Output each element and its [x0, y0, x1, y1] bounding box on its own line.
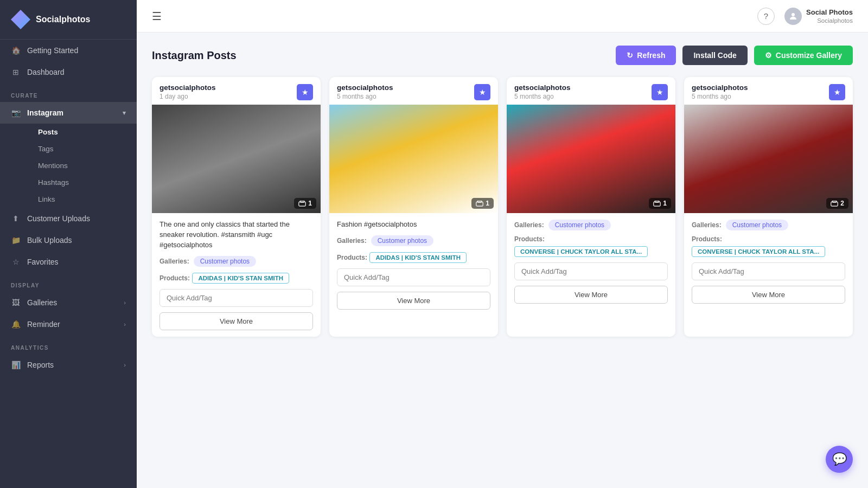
sidebar-logo: Socialphotos: [0, 0, 137, 40]
sidebar-sub-item-hashtags[interactable]: Hashtags: [27, 174, 137, 191]
products-label: Products:: [159, 274, 190, 282]
sidebar-item-label: Customer Uploads: [27, 214, 90, 223]
quick-add-input[interactable]: [692, 262, 845, 280]
page-title: Instagram Posts: [152, 49, 237, 62]
header-actions: ↻ Refresh Install Code ⚙ Customize Galle…: [616, 46, 853, 65]
sidebar-item-reports[interactable]: 📊 Reports ›: [0, 354, 137, 376]
hamburger-menu-icon[interactable]: ☰: [152, 10, 162, 23]
grid-icon: ⊞: [11, 67, 21, 77]
galleries-label: Galleries:: [514, 221, 544, 229]
quick-add-input[interactable]: [514, 262, 668, 280]
star-button[interactable]: ★: [829, 84, 845, 100]
svg-rect-4: [477, 201, 482, 202]
sidebar-item-favorites[interactable]: ☆ Favorites: [0, 251, 137, 273]
card-user: getsocialphotos 1 day ago: [159, 84, 216, 100]
product-tag[interactable]: ADIDAS | KID'S STAN SMITH: [192, 273, 289, 284]
refresh-label: Refresh: [637, 51, 665, 60]
chat-fab-button[interactable]: 💬: [826, 446, 853, 473]
products-label: Products:: [692, 235, 722, 243]
view-more-button[interactable]: View More: [514, 286, 668, 304]
gallery-icon: 🖼: [11, 298, 21, 307]
upload-icon: ⬆: [11, 214, 21, 223]
content-header: Instagram Posts ↻ Refresh Install Code ⚙…: [152, 46, 853, 65]
star-button[interactable]: ★: [474, 84, 490, 100]
chart-icon: 📊: [11, 360, 21, 370]
svg-rect-2: [300, 201, 304, 202]
help-icon[interactable]: ?: [757, 8, 775, 25]
sidebar-item-label: Favorites: [27, 258, 59, 266]
view-more-button[interactable]: View More: [692, 286, 845, 304]
logo-text: Socialphotos: [36, 15, 90, 24]
galleries-label: Galleries:: [159, 258, 189, 265]
sidebar-item-customer-uploads[interactable]: ⬆ Customer Uploads: [0, 208, 137, 229]
card-timeago: 5 months ago: [337, 93, 393, 100]
image-count-badge: 2: [826, 198, 848, 209]
sidebar: Socialphotos 🏠 Getting Started ⊞ Dashboa…: [0, 0, 137, 488]
quick-add-input[interactable]: [159, 289, 313, 307]
svg-rect-8: [832, 201, 837, 202]
products-label: Products:: [337, 254, 367, 261]
card-image: 1: [329, 105, 498, 213]
card-products: Products: ADIDAS | KID'S STAN SMITH: [159, 270, 313, 284]
sidebar-sub-item-mentions[interactable]: Mentions: [27, 157, 137, 174]
sidebar-item-label: Bulk Uploads: [27, 236, 72, 245]
sidebar-item-dashboard[interactable]: ⊞ Dashboard: [0, 61, 137, 83]
user-profile[interactable]: Social Photos Socialphotos: [784, 8, 853, 25]
card-image: 1: [507, 105, 675, 213]
star-icon: ☆: [11, 257, 21, 267]
gallery-tag[interactable]: Customer photos: [726, 220, 788, 230]
post-card: getsocialphotos 5 months ago ★ 1 Galleri…: [507, 77, 675, 337]
sidebar-item-label: Instagram: [27, 108, 63, 117]
sidebar-section-analytics: ANALYTICS: [0, 335, 137, 354]
refresh-button[interactable]: ↻ Refresh: [616, 46, 676, 65]
card-header: getsocialphotos 5 months ago ★: [684, 77, 853, 105]
image-count-badge: 1: [294, 198, 316, 209]
instagram-icon: 📷: [11, 108, 21, 118]
sidebar-item-bulk-uploads[interactable]: 📁 Bulk Uploads: [0, 229, 137, 251]
card-timeago: 5 months ago: [692, 93, 748, 100]
quick-add-input[interactable]: [337, 268, 490, 286]
topbar-right: ? Social Photos Socialphotos: [757, 8, 853, 25]
customize-gallery-button[interactable]: ⚙ Customize Gallery: [754, 46, 853, 65]
sidebar-item-label: Galleries: [27, 298, 57, 307]
username-display: Social Photos Socialphotos: [806, 8, 853, 24]
card-galleries: Galleries: Customer photos: [692, 220, 845, 230]
view-more-button[interactable]: View More: [337, 292, 490, 310]
product-tag[interactable]: CONVERSE | CHUCK TAYLOR ALL STA...: [514, 246, 648, 257]
star-button[interactable]: ★: [297, 84, 313, 100]
card-galleries: Galleries: Customer photos: [514, 220, 668, 230]
card-header: getsocialphotos 1 day ago ★: [152, 77, 321, 105]
gallery-tag[interactable]: Customer photos: [371, 235, 433, 246]
card-username: getsocialphotos: [159, 84, 216, 92]
sidebar-sub-item-links[interactable]: Links: [27, 191, 137, 208]
content-area: Instagram Posts ↻ Refresh Install Code ⚙…: [137, 33, 868, 488]
sidebar-item-label: Reminder: [27, 320, 60, 329]
product-tag[interactable]: ADIDAS | KID'S STAN SMITH: [369, 252, 467, 263]
chevron-right-icon: ›: [124, 299, 126, 306]
card-body: The one and only classics that started t…: [152, 213, 321, 337]
sidebar-item-getting-started[interactable]: 🏠 Getting Started: [0, 40, 137, 61]
home-icon: 🏠: [11, 46, 21, 55]
sidebar-sub-item-posts[interactable]: Posts: [27, 124, 137, 140]
logo-icon: [11, 10, 30, 29]
sidebar-sub-item-tags[interactable]: Tags: [27, 140, 137, 157]
star-button[interactable]: ★: [652, 84, 668, 100]
image-count-badge: 1: [649, 198, 671, 209]
sidebar-item-instagram[interactable]: 📷 Instagram ▾: [0, 102, 137, 124]
card-header: getsocialphotos 5 months ago ★: [329, 77, 498, 105]
view-more-button[interactable]: View More: [159, 312, 313, 330]
sidebar-item-galleries[interactable]: 🖼 Galleries ›: [0, 292, 137, 313]
sidebar-item-reminder[interactable]: 🔔 Reminder ›: [0, 313, 137, 335]
sidebar-item-label: Dashboard: [27, 68, 65, 76]
gallery-tag[interactable]: Customer photos: [548, 220, 611, 230]
svg-rect-6: [655, 201, 659, 202]
install-code-button[interactable]: Install Code: [682, 46, 747, 65]
card-galleries: Galleries: Customer photos: [159, 256, 313, 267]
svg-point-0: [792, 13, 795, 16]
product-tag[interactable]: CONVERSE | CHUCK TAYLOR ALL STA...: [692, 246, 825, 257]
card-body: Fashion #getsocialphotos Galleries: Cust…: [329, 213, 498, 316]
chevron-right-icon2: ›: [124, 321, 126, 328]
sidebar-section-curate: CURATE: [0, 83, 137, 102]
gallery-tag[interactable]: Customer photos: [194, 256, 256, 267]
card-username: getsocialphotos: [514, 84, 571, 92]
